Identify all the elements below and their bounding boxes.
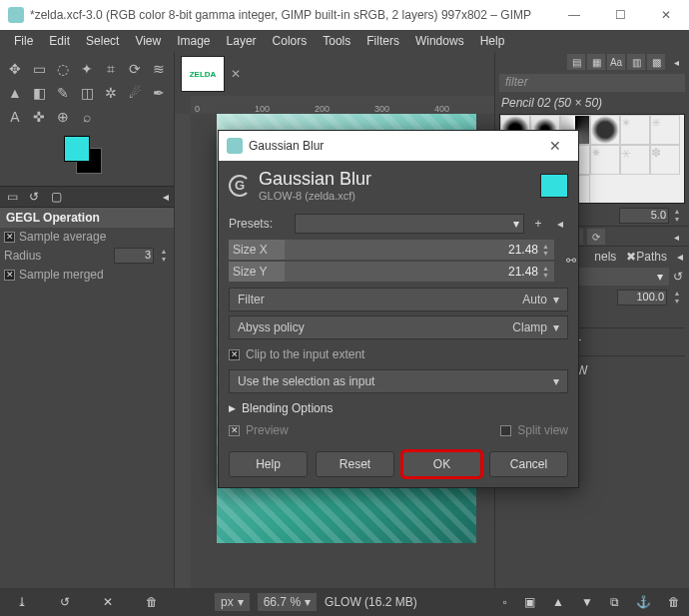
tab-more-icon[interactable]: ▩ xyxy=(647,54,665,70)
tool-path[interactable]: ✒ xyxy=(148,82,170,104)
layer-dup-icon[interactable]: ⧉ xyxy=(610,595,619,609)
layer-group-icon[interactable]: ▣ xyxy=(524,595,535,609)
maximize-button[interactable]: ☐ xyxy=(597,0,643,30)
status-undo-icon[interactable]: ↺ xyxy=(60,595,70,609)
status-save-icon[interactable]: ⤓ xyxy=(17,595,27,609)
layer-new-icon[interactable]: ▫ xyxy=(503,595,507,609)
size-y-value[interactable]: 21.48 xyxy=(508,265,542,279)
image-tab-thumb[interactable]: ZELDA xyxy=(181,56,225,92)
tab-brushes-icon[interactable]: ▤ xyxy=(567,54,585,70)
menu-bar: File Edit Select View Image Layer Colors… xyxy=(0,30,689,52)
preview-label: Preview xyxy=(246,423,289,437)
blending-options-expander[interactable]: ▶ Blending Options xyxy=(219,397,578,419)
radius-spinner[interactable]: ▲▼ xyxy=(158,248,170,264)
tool-zoom[interactable]: ⌕ xyxy=(76,106,98,128)
menu-select[interactable]: Select xyxy=(78,32,127,50)
menu-view[interactable]: View xyxy=(127,32,169,50)
fg-color[interactable] xyxy=(64,136,90,162)
tab-channels[interactable]: nels xyxy=(594,250,616,264)
sample-average-checkbox[interactable]: ✕ xyxy=(4,232,15,243)
tool-smudge[interactable]: ☄ xyxy=(124,82,146,104)
unit-dropdown[interactable]: px▾ xyxy=(215,593,250,611)
preset-add-icon[interactable]: + xyxy=(530,217,546,231)
close-button[interactable]: ✕ xyxy=(643,0,689,30)
brush-filter-input[interactable]: filter xyxy=(499,74,685,92)
tool-gradient[interactable]: ◧ xyxy=(28,82,50,104)
tool-text[interactable]: A xyxy=(4,106,26,128)
menu-filters[interactable]: Filters xyxy=(358,32,407,50)
dialog-close-icon[interactable]: ✕ xyxy=(540,138,570,154)
tab-devices-icon[interactable]: ↺ xyxy=(26,189,42,205)
menu-windows[interactable]: Windows xyxy=(407,32,472,50)
tool-move[interactable]: ✥ xyxy=(4,58,26,80)
tool-rotate[interactable]: ⟳ xyxy=(124,58,146,80)
menu-edit[interactable]: Edit xyxy=(41,32,78,50)
tab-tooloptions-icon[interactable]: ▭ xyxy=(4,189,20,205)
brush-refresh-icon[interactable]: ⟳ xyxy=(587,229,605,245)
tab-menu-icon[interactable]: ◂ xyxy=(677,250,683,264)
tab-menu-icon[interactable]: ◂ xyxy=(667,54,685,70)
selection-input-dropdown[interactable]: Use the selection as input ▾ xyxy=(229,369,568,393)
tool-fuzzy-select[interactable]: ✦ xyxy=(76,58,98,80)
brush-menu-icon[interactable]: ◂ xyxy=(667,229,685,245)
mode-reset-icon[interactable]: ↺ xyxy=(673,270,683,284)
sample-merged-checkbox[interactable]: ✕ xyxy=(4,270,15,281)
tool-clone[interactable]: ✲ xyxy=(100,82,122,104)
color-swatches[interactable] xyxy=(64,136,174,186)
preset-menu-icon[interactable]: ◂ xyxy=(552,217,568,231)
tool-eraser[interactable]: ◫ xyxy=(76,82,98,104)
split-view-checkbox[interactable] xyxy=(500,425,511,436)
filter-dropdown[interactable]: Filter Auto ▾ xyxy=(229,288,568,311)
filter-value: Auto xyxy=(522,293,547,307)
tab-fonts-icon[interactable]: Aa xyxy=(607,54,625,70)
tab-images-icon[interactable]: ▢ xyxy=(48,189,64,205)
tab-paths[interactable]: ✖Paths xyxy=(626,250,667,264)
ok-button[interactable]: OK xyxy=(402,451,481,477)
menu-tools[interactable]: Tools xyxy=(315,32,358,50)
radius-input[interactable]: 3 xyxy=(114,248,154,264)
opacity-spinner[interactable]: ▲▼ xyxy=(671,290,683,306)
sample-average-label: Sample average xyxy=(19,230,170,244)
zoom-dropdown[interactable]: 66.7 %▾ xyxy=(258,593,317,611)
tool-crop[interactable]: ⌗ xyxy=(100,58,122,80)
clip-checkbox[interactable]: ✕ xyxy=(229,349,240,360)
opacity-input[interactable]: 100.0 xyxy=(617,290,667,306)
tool-rect-select[interactable]: ▭ xyxy=(28,58,50,80)
cancel-button[interactable]: Cancel xyxy=(489,451,568,477)
tool-warp[interactable]: ≋ xyxy=(148,58,170,80)
layer-anchor-icon[interactable]: ⚓ xyxy=(636,595,651,609)
menu-image[interactable]: Image xyxy=(169,32,218,50)
tool-measure[interactable]: ⊕ xyxy=(52,106,74,128)
layer-down-icon[interactable]: ▼ xyxy=(581,595,593,609)
left-panel: ✥ ▭ ◌ ✦ ⌗ ⟳ ≋ ▲ ◧ ✎ ◫ ✲ ☄ ✒ A ✜ ⊕ ⌕ ▭ ↺ … xyxy=(0,52,175,588)
tool-pencil[interactable]: ✎ xyxy=(52,82,74,104)
menu-layer[interactable]: Layer xyxy=(219,32,265,50)
status-trash-icon[interactable]: 🗑 xyxy=(146,595,158,609)
link-xy-icon[interactable]: ⚯ xyxy=(564,254,578,268)
layer-delete-icon[interactable]: 🗑 xyxy=(668,595,680,609)
status-redo-icon[interactable]: ✕ xyxy=(103,595,113,609)
help-button[interactable]: Help xyxy=(229,451,308,477)
menu-help[interactable]: Help xyxy=(472,32,513,50)
tab-menu-icon[interactable]: ◂ xyxy=(158,189,174,205)
size-y-slider[interactable]: Size Y 21.48 ▲▼ xyxy=(229,262,554,282)
size-x-slider[interactable]: Size X 21.48 ▲▼ xyxy=(229,240,554,260)
minimize-button[interactable]: — xyxy=(551,0,597,30)
brush-size-input[interactable]: 5.0 xyxy=(619,208,669,224)
abyss-dropdown[interactable]: Abyss policy Clamp ▾ xyxy=(229,315,568,339)
menu-file[interactable]: File xyxy=(6,32,41,50)
size-x-value[interactable]: 21.48 xyxy=(508,243,542,257)
tab-history-icon[interactable]: ▥ xyxy=(627,54,645,70)
presets-dropdown[interactable]: ▾ xyxy=(295,214,524,234)
ruler-vertical xyxy=(175,114,191,588)
menu-colors[interactable]: Colors xyxy=(265,32,316,50)
tool-bucket[interactable]: ▲ xyxy=(4,82,26,104)
tab-patterns-icon[interactable]: ▦ xyxy=(587,54,605,70)
tool-picker[interactable]: ✜ xyxy=(28,106,50,128)
layer-up-icon[interactable]: ▲ xyxy=(552,595,564,609)
tool-free-select[interactable]: ◌ xyxy=(52,58,74,80)
image-tab-close-icon[interactable]: ✕ xyxy=(231,67,241,81)
brush-size-spinner[interactable]: ▲▼ xyxy=(671,208,683,224)
preview-checkbox[interactable]: ✕ xyxy=(229,425,240,436)
reset-button[interactable]: Reset xyxy=(316,451,394,477)
